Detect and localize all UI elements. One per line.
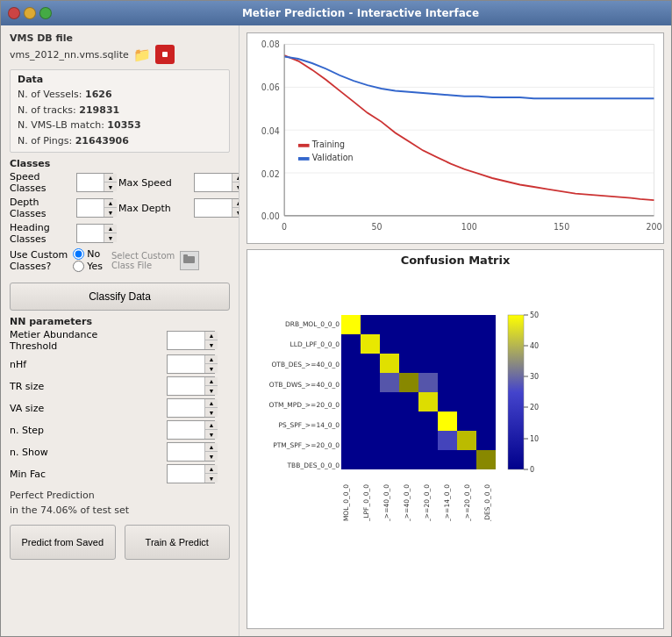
radio-no-text: No <box>87 248 100 260</box>
svg-text:Training: Training <box>311 138 345 149</box>
max-speed-input[interactable]: 30 <box>195 177 232 188</box>
svg-rect-94 <box>399 431 418 450</box>
max-speed-spinbox[interactable]: 30 ▲ ▼ <box>194 173 239 192</box>
svg-rect-72 <box>438 373 457 392</box>
confusion-matrix-title: Confusion Matrix <box>401 254 511 267</box>
tr-size-down[interactable]: ▼ <box>205 386 218 395</box>
radio-no[interactable] <box>73 248 84 260</box>
max-depth-up[interactable]: ▲ <box>232 199 239 208</box>
n-show-spinbox[interactable]: 100 ▲ ▼ <box>167 442 215 462</box>
stop-button[interactable] <box>155 45 175 64</box>
nhf-down[interactable]: ▼ <box>205 364 218 373</box>
n-step-input[interactable]: 100 <box>168 425 204 435</box>
n-show-input[interactable]: 100 <box>168 447 204 457</box>
browse-button[interactable]: 📁 <box>132 45 152 64</box>
predict-saved-button[interactable]: Predict from Saved <box>10 525 116 560</box>
train-predict-button[interactable]: Train & Predict <box>125 525 231 560</box>
tr-size-spinbox[interactable]: 60 ▲ ▼ <box>167 376 215 396</box>
tr-size-input[interactable]: 60 <box>168 381 204 391</box>
va-size-input[interactable]: 15 <box>168 403 204 413</box>
abundance-input[interactable]: 0.05 <box>168 335 204 346</box>
svg-text:50: 50 <box>371 220 382 232</box>
n-step-spinbox[interactable]: 100 ▲ ▼ <box>167 420 215 440</box>
svg-rect-61 <box>380 354 399 373</box>
depth-classes-input[interactable]: 2 <box>77 203 104 213</box>
min-fac-spinbox[interactable]: 2 ▲ ▼ <box>167 464 215 483</box>
n-step-down[interactable]: ▼ <box>205 430 218 439</box>
svg-rect-64 <box>438 354 457 373</box>
n-show-arrows: ▲ ▼ <box>204 443 218 461</box>
svg-rect-68 <box>361 373 380 392</box>
svg-rect-49 <box>457 315 476 334</box>
svg-rect-96 <box>438 431 457 450</box>
custom-file-browse[interactable] <box>180 251 199 270</box>
depth-classes-spinbox[interactable]: 2 ▲ ▼ <box>76 198 113 218</box>
speed-classes-up[interactable]: ▲ <box>104 174 117 183</box>
heading-classes-spinbox[interactable]: 2 ▲ ▼ <box>76 224 113 243</box>
line-chart-container: 0.08 0.06 0.04 0.02 0.00 0 50 100 150 20… <box>247 32 664 244</box>
tr-size-up[interactable]: ▲ <box>205 377 218 386</box>
svg-text:Validation: Validation <box>312 151 354 162</box>
n-vessels-row: N. of Vessels: 1626 <box>18 87 222 103</box>
window-controls <box>8 7 52 19</box>
speed-classes-spinbox[interactable]: 2 ▲ ▼ <box>76 173 113 192</box>
svg-rect-87 <box>418 412 438 431</box>
svg-text:OTB_DES_>=40_0_0: OTB_DES_>=40_0_0 <box>271 361 340 369</box>
svg-rect-62 <box>399 354 418 373</box>
max-depth-spinbox[interactable]: -11000 ▲ ▼ <box>194 198 239 218</box>
min-fac-down[interactable]: ▼ <box>205 474 218 483</box>
depth-classes-up[interactable]: ▲ <box>104 199 117 208</box>
minimize-button[interactable] <box>24 7 36 19</box>
vms-filename: vms_2012_nn.vms.sqlite <box>10 49 129 61</box>
abundance-down[interactable]: ▼ <box>205 340 218 349</box>
svg-rect-105 <box>457 450 476 469</box>
heading-classes-input[interactable]: 2 <box>77 228 104 239</box>
nn-section: NN parameters Metier AbundanceThreshold … <box>10 316 230 483</box>
abundance-spinbox[interactable]: 0.05 ▲ ▼ <box>167 331 215 350</box>
n-step-up[interactable]: ▲ <box>205 421 218 430</box>
min-fac-up[interactable]: ▲ <box>205 465 218 474</box>
classify-data-button[interactable]: Classify Data <box>10 283 230 311</box>
heading-classes-up[interactable]: ▲ <box>104 225 117 233</box>
nhf-spinbox[interactable]: 1.5 ▲ ▼ <box>167 354 215 374</box>
svg-text:20: 20 <box>530 404 539 412</box>
heading-classes-arrows: ▲ ▼ <box>104 225 117 242</box>
speed-classes-input[interactable]: 2 <box>77 177 104 188</box>
n-vmslb-row: N. VMS-LB match: 10353 <box>18 118 222 133</box>
max-depth-input[interactable]: -11000 <box>195 203 232 213</box>
max-speed-down[interactable]: ▼ <box>232 183 239 191</box>
close-button[interactable] <box>8 7 20 19</box>
radio-yes[interactable] <box>73 261 84 272</box>
va-size-arrows: ▲ ▼ <box>204 399 218 417</box>
svg-rect-70 <box>399 373 418 392</box>
svg-rect-97 <box>457 431 476 450</box>
svg-rect-92 <box>361 431 380 450</box>
max-depth-down[interactable]: ▼ <box>232 208 239 217</box>
radio-no-label[interactable]: No <box>73 248 103 260</box>
n-step-arrows: ▲ ▼ <box>204 421 218 439</box>
va-size-spinbox[interactable]: 15 ▲ ▼ <box>167 398 215 418</box>
svg-rect-99 <box>341 450 361 469</box>
abundance-up[interactable]: ▲ <box>205 332 218 340</box>
svg-rect-95 <box>418 431 438 450</box>
svg-rect-23 <box>298 157 310 161</box>
n-show-up[interactable]: ▲ <box>205 443 218 452</box>
radio-yes-label[interactable]: Yes <box>73 261 103 272</box>
max-speed-up[interactable]: ▲ <box>232 174 239 183</box>
maximize-button[interactable] <box>39 7 52 19</box>
svg-text:DRB_MOL_0_0_0: DRB_MOL_0_0_0 <box>342 484 350 521</box>
nhf-input[interactable]: 1.5 <box>168 359 204 369</box>
va-size-up[interactable]: ▲ <box>205 399 218 408</box>
depth-classes-down[interactable]: ▼ <box>104 208 117 217</box>
bottom-buttons: Predict from Saved Train & Predict <box>10 525 230 560</box>
min-fac-input[interactable]: 2 <box>168 469 204 479</box>
va-size-down[interactable]: ▼ <box>205 408 218 417</box>
heading-classes-down[interactable]: ▼ <box>104 233 117 242</box>
n-show-label: n. Show <box>10 447 164 458</box>
n-show-down[interactable]: ▼ <box>205 452 218 461</box>
svg-text:0: 0 <box>530 466 534 474</box>
svg-rect-1 <box>162 52 168 57</box>
svg-rect-98 <box>476 431 496 450</box>
nhf-up[interactable]: ▲ <box>205 355 218 364</box>
speed-classes-down[interactable]: ▼ <box>104 183 117 191</box>
